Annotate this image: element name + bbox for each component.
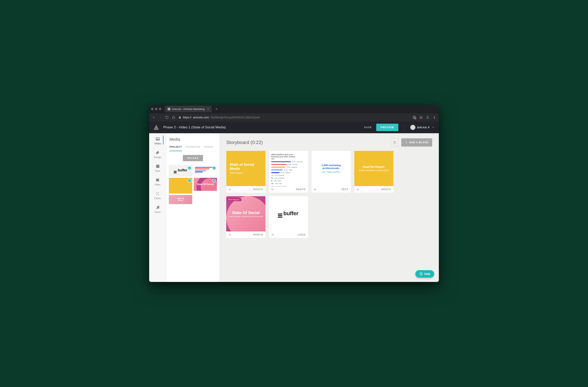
help-button[interactable]: Help <box>415 270 434 278</box>
music-icon <box>156 205 160 209</box>
kebab-menu-icon[interactable] <box>433 116 436 119</box>
block-type: TEXT <box>341 188 348 191</box>
read-title: Read the Report: <box>363 165 385 168</box>
home-icon[interactable] <box>172 116 175 119</box>
browser-chrome: Animoto - Animoto Marketing × + https://… <box>149 105 439 122</box>
storyboard-block[interactable]: Read the Report:buffer.com/state-of-soci… <box>354 151 393 193</box>
tab-title: Animoto - Animoto Marketing <box>172 108 205 111</box>
block-title: State of Social Media <box>230 163 262 171</box>
account-icon[interactable] <box>426 116 429 119</box>
rail-design[interactable]: Design <box>154 150 161 159</box>
svg-point-3 <box>434 118 435 119</box>
storyboard-block[interactable]: State of Social Media2019 Report3sPHOTO <box>226 151 265 193</box>
rail-label: Ratio <box>155 183 160 186</box>
block-duration: 3s <box>357 188 359 191</box>
selected-check-icon <box>188 166 191 170</box>
block-duration: 5s <box>271 188 274 191</box>
block-subtitle: A report by Buffer in partnership with S… <box>229 216 263 217</box>
lock-icon <box>179 116 181 119</box>
svg-point-1 <box>434 116 435 116</box>
read-url: buffer.com/state-of-social-2019 <box>359 169 389 172</box>
upload-button[interactable]: UPLOAD <box>183 155 203 161</box>
media-thumb-pink[interactable]: State Of Social <box>194 178 217 191</box>
rail-label: Media <box>154 142 161 145</box>
animoto-logo-icon[interactable] <box>153 125 159 130</box>
preview-button[interactable]: PREVIEW <box>376 124 398 131</box>
maximize-window-dot[interactable] <box>159 108 161 110</box>
storyboard-block[interactable]: 1,890 marketing professionals.40+ data p… <box>312 151 351 193</box>
browser-tab[interactable]: Animoto - Animoto Marketing × <box>165 106 211 112</box>
app-header: Phase 2 - Video 1 (State of Social Media… <box>149 122 439 133</box>
window-traffic-lights <box>151 108 161 110</box>
rail-media[interactable]: Media <box>154 137 161 145</box>
rail-filters[interactable]: Filters <box>154 192 161 200</box>
storyboard-block[interactable]: Which platform does your business post v… <box>269 151 308 193</box>
add-block-button[interactable]: ADD A BLOCK <box>401 138 432 146</box>
save-button[interactable]: SAVE <box>364 126 372 129</box>
trash-icon <box>393 141 396 144</box>
plus-icon <box>405 141 408 144</box>
url-host: animoto.com <box>193 116 209 119</box>
storyboard-block[interactable]: 2019 ReportState Of SocialA report by Bu… <box>226 196 265 238</box>
reload-icon[interactable] <box>165 116 169 119</box>
extension-icon[interactable] <box>413 116 416 119</box>
brush-icon <box>155 150 160 155</box>
wand-icon <box>155 192 160 196</box>
block-type: PHOTO <box>253 188 263 191</box>
media-thumb-chart[interactable] <box>194 165 217 177</box>
address-bar[interactable]: https://animoto.com/builder/gkTkmqzMO3G4… <box>179 116 409 119</box>
rail-style[interactable]: Style <box>155 164 160 172</box>
media-tab-stock[interactable]: STOCK <box>204 143 213 151</box>
close-window-dot[interactable] <box>151 108 153 110</box>
image-icon <box>156 137 160 141</box>
user-name: BRIAN P <box>417 126 430 129</box>
rail-label: Music <box>155 211 161 213</box>
block-type: LOGO <box>298 233 306 236</box>
storyboard-title: Storyboard (0:22) <box>226 140 263 145</box>
back-icon[interactable] <box>152 116 155 119</box>
svg-point-9 <box>158 208 159 209</box>
star-icon[interactable] <box>419 116 423 119</box>
media-panel: Media PROJECT FAVORITES STOCK UPLOAD buf… <box>166 133 220 282</box>
rail-ratio[interactable]: Ratio <box>155 178 160 186</box>
forward-icon[interactable] <box>159 116 162 119</box>
new-tab-button[interactable]: + <box>214 106 219 112</box>
block-duration: 3s <box>271 233 274 236</box>
close-tab-icon[interactable]: × <box>207 107 209 111</box>
media-thumb-yellow[interactable] <box>169 178 192 194</box>
help-icon <box>419 272 423 276</box>
storyboard-area: Storyboard (0:22) ADD A BLOCK State of S… <box>220 133 439 282</box>
svg-rect-6 <box>156 165 159 168</box>
avatar <box>410 125 415 130</box>
url-scheme: https:// <box>183 116 191 119</box>
url-path: /builder/gkTkmqzMO3G42LDbbVtZpw# <box>210 116 260 119</box>
svg-point-2 <box>434 117 435 117</box>
svg-point-8 <box>156 208 157 209</box>
media-thumb-pink-small[interactable]: State Of Social <box>169 195 192 204</box>
left-rail: Media Design Style Ratio Filters <box>149 133 166 282</box>
media-tab-project[interactable]: PROJECT <box>169 143 182 151</box>
svg-point-5 <box>157 138 157 139</box>
selected-check-icon <box>212 179 216 183</box>
chevron-down-icon <box>432 126 435 129</box>
chart-source: State of Social Report | 2019 <box>271 186 306 187</box>
storyboard-block[interactable]: buffer3sLOGO <box>269 196 308 238</box>
block-type: PHOTO <box>296 188 306 191</box>
media-panel-title: Media <box>169 137 216 142</box>
media-thumb-buffer[interactable]: buffer <box>169 165 192 177</box>
media-tab-favorites[interactable]: FAVORITES <box>186 143 200 151</box>
block-type: PHOTO <box>253 233 263 236</box>
selected-check-icon <box>188 179 191 183</box>
band-label: 2019 Report <box>226 198 241 201</box>
rail-label: Filters <box>154 197 161 200</box>
minimize-window-dot[interactable] <box>155 108 157 110</box>
block-duration: 3s <box>229 233 231 236</box>
divider <box>404 124 404 131</box>
browser-window: Animoto - Animoto Marketing × + https://… <box>149 105 439 282</box>
chart-question: Which platform does your business post v… <box>271 154 299 160</box>
rail-music[interactable]: Music <box>155 205 161 213</box>
block-duration: 3s <box>229 188 231 191</box>
delete-block-button[interactable] <box>391 138 399 146</box>
user-menu[interactable]: BRIAN P <box>410 125 435 130</box>
storyboard-blocks: State of Social Media2019 Report3sPHOTOW… <box>226 151 432 238</box>
